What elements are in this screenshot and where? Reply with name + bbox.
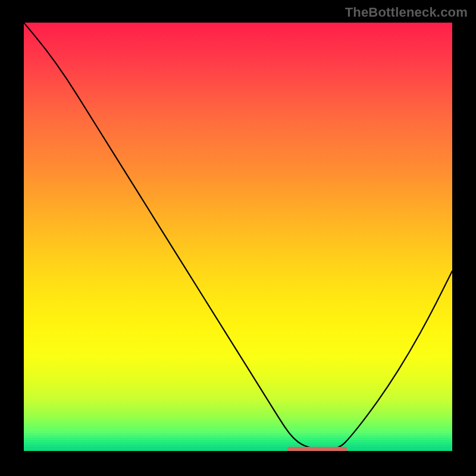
curve-svg bbox=[24, 23, 452, 451]
plot-area bbox=[24, 23, 452, 451]
watermark-text: TheBottleneck.com bbox=[345, 5, 468, 20]
chart-container: TheBottleneck.com bbox=[0, 0, 476, 476]
bottleneck-curve bbox=[24, 23, 452, 449]
